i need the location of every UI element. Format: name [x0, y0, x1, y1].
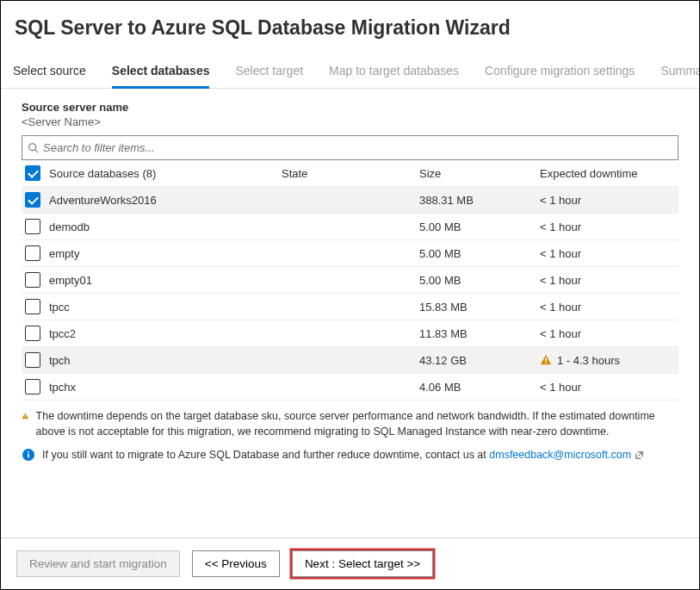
table-row[interactable]: tpchx4.06 MB< 1 hour — [22, 374, 678, 401]
row-size: 5.00 MB — [419, 274, 540, 287]
table-row[interactable]: tpcc15.83 MB< 1 hour — [22, 294, 678, 320]
warning-text: The downtime depends on the target datab… — [36, 409, 678, 439]
col-header-name: Source databases (8) — [49, 167, 282, 180]
info-note: If you still want to migrate to Azure SQ… — [1, 439, 699, 463]
table-row[interactable]: tpch43.12 GB1 - 4.3 hours — [22, 347, 678, 374]
footer: Review and start migration << Previous N… — [1, 537, 699, 589]
tab-select-databases[interactable]: Select databases — [112, 64, 210, 89]
row-downtime: < 1 hour — [540, 220, 675, 233]
row-size: 15.83 MB — [419, 301, 540, 314]
table-header: Source databases (8) State Size Expected… — [22, 160, 678, 187]
row-downtime: < 1 hour — [540, 301, 675, 314]
row-checkbox[interactable] — [25, 219, 40, 234]
info-text: If you still want to migrate to Azure SQ… — [42, 448, 644, 463]
svg-rect-2 — [545, 357, 546, 361]
table-row[interactable]: empty015.00 MB< 1 hour — [22, 267, 678, 294]
wizard-tabs: Select sourceSelect databasesSelect targ… — [1, 47, 699, 89]
col-header-size: Size — [419, 167, 540, 180]
svg-rect-7 — [28, 454, 29, 458]
table-row[interactable]: demodb5.00 MB< 1 hour — [22, 214, 678, 240]
row-checkbox[interactable] — [25, 379, 40, 394]
row-downtime: < 1 hour — [540, 381, 675, 394]
row-name: tpcc — [49, 301, 282, 314]
feedback-email-link[interactable]: dmsfeedback@microsoft.com — [489, 449, 631, 461]
row-name: empty01 — [49, 274, 282, 287]
tab-select-source[interactable]: Select source — [13, 64, 86, 88]
row-checkbox[interactable] — [25, 352, 40, 368]
review-button: Review and start migration — [16, 550, 180, 577]
row-size: 4.06 MB — [419, 381, 540, 394]
row-checkbox[interactable] — [25, 299, 40, 314]
row-size: 388.31 MB — [419, 194, 540, 207]
downtime-warning-note: The downtime depends on the target datab… — [1, 401, 699, 439]
row-name: tpcc2 — [49, 327, 282, 340]
search-input[interactable] — [40, 140, 672, 156]
svg-rect-4 — [25, 414, 26, 417]
svg-point-0 — [29, 143, 36, 150]
table-row[interactable]: empty5.00 MB< 1 hour — [22, 240, 678, 267]
row-size: 5.00 MB — [419, 247, 540, 260]
warning-icon — [540, 354, 552, 366]
row-size: 5.00 MB — [419, 220, 540, 233]
row-downtime: 1 - 4.3 hours — [540, 354, 675, 367]
search-box[interactable] — [22, 135, 678, 160]
next-button[interactable]: Next : Select target >> — [292, 550, 433, 577]
search-icon — [28, 142, 40, 154]
row-downtime: < 1 hour — [540, 274, 675, 287]
row-name: tpch — [49, 354, 282, 367]
source-server-label: Source server name — [22, 101, 678, 114]
row-name: tpchx — [49, 381, 282, 394]
tab-map-to-target-databases[interactable]: Map to target databases — [329, 64, 459, 88]
row-checkbox[interactable] — [25, 326, 40, 341]
svg-line-1 — [35, 149, 39, 152]
page-title: SQL Server to Azure SQL Database Migrati… — [1, 1, 699, 47]
tab-select-target[interactable]: Select target — [235, 64, 303, 88]
row-name: AdventureWorks2016 — [49, 194, 282, 207]
svg-rect-3 — [545, 363, 546, 363]
source-server-name: <Server Name> — [22, 115, 678, 128]
row-checkbox[interactable] — [25, 272, 40, 288]
table-row[interactable]: AdventureWorks2016388.31 MB< 1 hour — [22, 187, 678, 214]
row-size: 11.83 MB — [419, 327, 540, 340]
info-icon — [22, 448, 35, 462]
row-downtime: < 1 hour — [540, 327, 675, 340]
row-size: 43.12 GB — [419, 354, 540, 367]
row-downtime: < 1 hour — [540, 247, 675, 260]
col-header-state: State — [282, 167, 419, 180]
select-all-checkbox[interactable] — [25, 165, 40, 181]
tab-configure-migration-settings[interactable]: Configure migration settings — [485, 64, 635, 88]
row-name: empty — [49, 247, 282, 260]
svg-rect-5 — [25, 418, 26, 419]
svg-rect-8 — [28, 451, 29, 453]
row-checkbox[interactable] — [25, 245, 40, 261]
row-checkbox[interactable] — [25, 192, 40, 208]
table-row[interactable]: tpcc211.83 MB< 1 hour — [22, 320, 678, 347]
warning-icon — [22, 409, 29, 423]
external-link-icon — [635, 450, 644, 460]
col-header-downtime: Expected downtime — [540, 167, 675, 180]
previous-button[interactable]: << Previous — [192, 550, 280, 577]
tab-summary[interactable]: Summary — [660, 64, 700, 88]
row-downtime: < 1 hour — [540, 194, 675, 207]
row-name: demodb — [49, 220, 282, 233]
